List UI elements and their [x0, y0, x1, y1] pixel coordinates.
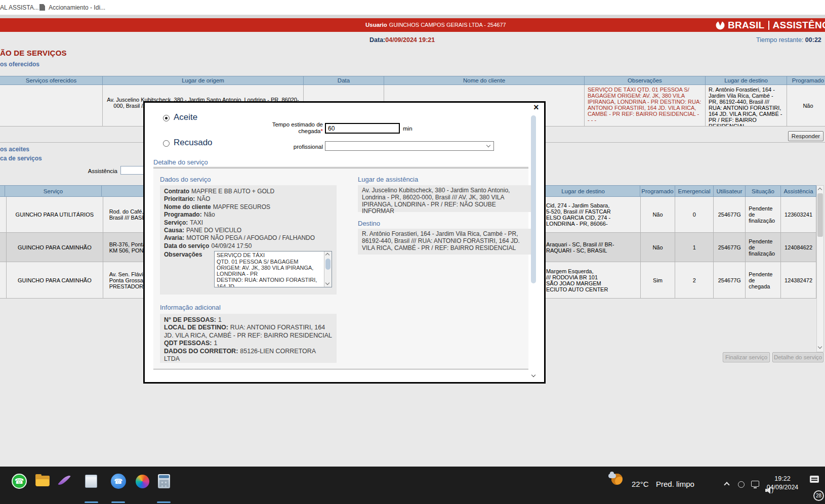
observacoes-scrollbar[interactable] [324, 251, 332, 287]
clock-date: 04/09/2024 [758, 483, 807, 492]
section-rule [153, 167, 528, 167]
scroll-down-icon[interactable] [818, 345, 822, 349]
date-value: 04/09/2024 19:21 [385, 36, 435, 44]
cell-situacao: Pendente de finalização [746, 233, 781, 262]
brand-name: BRASIL [728, 20, 765, 31]
responder-button[interactable]: Responder [788, 131, 823, 141]
date-label: Data: [369, 36, 385, 44]
dados-title: Dados do serviço [160, 176, 211, 183]
profissional-label: profissional [246, 144, 323, 150]
profissional-select[interactable] [325, 141, 494, 151]
time-remaining-value: 00:22 [805, 36, 821, 44]
col-servicos-oferecidos: Serviços oferecidos [0, 76, 103, 85]
aceite-label: Aceite [174, 112, 197, 122]
observacoes-row: Observações SERVIÇO DE TÁXI QTD. 01 PESS… [164, 251, 333, 287]
active-app-indicator [157, 501, 171, 503]
cell-situacao: Pendente de chegada [746, 262, 781, 298]
copilot-icon[interactable] [136, 475, 149, 488]
cell-pad [0, 262, 7, 298]
tray-chevron-up-icon[interactable] [724, 482, 729, 487]
scrollbar-thumb[interactable] [817, 193, 823, 237]
tempo-estimado-input[interactable] [325, 123, 400, 134]
recusado-label: Recusado [174, 138, 213, 148]
notepad-icon[interactable] [85, 475, 97, 488]
tab-label: AL ASSISTA... [0, 4, 39, 11]
detail-panel: Dados do serviço ContratoMAPFRE E BB AUT… [153, 168, 528, 369]
aceite-radio[interactable] [163, 115, 170, 121]
cell-programado: Não [641, 233, 676, 262]
notification-count-badge[interactable]: 28 [813, 490, 824, 501]
observacoes-text: SERVIÇO DE TÁXI QTD. 01 PESSOA S/ BAGAGE… [215, 251, 323, 287]
services-table-scrollbar[interactable] [816, 185, 824, 352]
cell-pad [0, 197, 7, 232]
feather-app-icon[interactable] [62, 473, 67, 487]
screen: AL ASSISTA... Accionamiento - Idi... Usu… [0, 0, 825, 504]
weather-condition-label[interactable]: Pred. limpo [656, 480, 694, 488]
windows-taskbar: ☎ ☎ 22°C Pred. limpo ) 19:22 04/09/2024 [0, 467, 825, 504]
scroll-up-icon[interactable] [818, 188, 822, 192]
field-data-servico: Data do serviço04/09/24 17:50 [164, 242, 333, 250]
col-lugar-origem: Lugar de origem [103, 76, 304, 85]
notification-center-icon[interactable] [810, 476, 819, 483]
col-assistencia: Assistência [781, 186, 816, 196]
temperature-label[interactable]: 22°C [632, 480, 649, 488]
clock[interactable]: 19:22 04/09/2024 [758, 475, 807, 492]
field-programado: Programado:Não [164, 211, 333, 219]
tempo-label-line2: chegada* [246, 128, 323, 135]
browser-tab-partial[interactable]: AL ASSISTA... [0, 4, 39, 11]
chevron-down-icon [486, 143, 490, 147]
col-utilisateur: Utilisateur [714, 186, 746, 196]
usuario-label: Usuario [365, 22, 387, 28]
whatsapp-icon[interactable]: ☎ [12, 474, 27, 489]
destino-box: R. Antônio Forastieri, 164 - Jardim Vila… [358, 229, 533, 255]
col-lugar-destino: Lugar de destino [706, 76, 787, 85]
browser-tab-accionamiento[interactable]: Accionamiento - Idi... [39, 4, 105, 11]
scroll-up-icon[interactable] [325, 253, 329, 257]
field-prioritario: Prioritario:NÃO [164, 195, 333, 203]
usuario-value: GUINCHOS CAMPOS GERAIS LTDA - 254677 [389, 22, 506, 28]
scrollbar-thumb[interactable] [325, 259, 331, 270]
col-data: Data [304, 76, 384, 85]
close-icon[interactable]: × [533, 103, 539, 112]
scroll-down-icon[interactable] [531, 373, 535, 377]
scrollbar-thumb[interactable] [531, 115, 536, 283]
col-observacoes: Observações [585, 76, 706, 85]
field-causa: Causa:PANE DO VEICULO [164, 227, 333, 234]
active-app-indicator [85, 501, 98, 503]
detalhe-servico-button[interactable]: Detalhe do serviço [772, 352, 823, 362]
file-explorer-icon[interactable] [35, 474, 50, 487]
cell-servico: GUINCHO PARA CAMINHÃO [7, 233, 103, 262]
cell-emergencial: 0 [675, 197, 714, 232]
cell-programado: Sim [641, 262, 676, 298]
field-local-destino: LOCAL DE DESTINO:RUA: ANTONIO FORASTIRI,… [164, 324, 333, 340]
brand-icon [716, 21, 725, 30]
cell-servico: GUINCHO PARA CAMINHÃO [7, 262, 103, 298]
required-asterisk: * [321, 128, 323, 134]
recusado-radio[interactable] [163, 140, 170, 147]
date-info: Data:04/09/2024 19:21 [369, 36, 435, 44]
tempo-label-line1: Tempo estimado de [246, 121, 323, 128]
lugar-assistencia-title: Lugar de assistência [358, 176, 418, 183]
dados-box: ContratoMAPFRE E BB AUTO + GOLD Priorita… [160, 185, 337, 295]
tempo-estimado-label: Tempo estimado de chegada* [246, 121, 323, 135]
calculator-icon[interactable] [158, 474, 170, 488]
phone-app-icon[interactable]: ☎ [111, 474, 126, 489]
cell-observacoes: SERVIÇO DE TÁXI QTD. 01 PESSOA S/ BAGAGE… [585, 85, 706, 126]
cell-servico: GUINCHO PARA UTILITÁRIOS [7, 197, 103, 232]
observacoes-label: Observações [164, 251, 214, 287]
tab-label: Accionamiento - Idi... [49, 4, 105, 11]
destino-title: Destino [358, 220, 380, 227]
tray-app-icon[interactable] [738, 481, 745, 488]
col-pad [0, 186, 5, 196]
lugar-assistencia-box: Av. Juscelino Kubitscheck, 380 - Jardim … [358, 185, 533, 212]
modal-scrollbar[interactable] [530, 111, 537, 380]
col-situacao: Situação [746, 186, 781, 196]
usuario-info: UsuarioGUINCHOS CAMPOS GERAIS LTDA - 254… [365, 22, 506, 28]
col-emergencial: Emergencial [675, 186, 714, 196]
weather-icon[interactable] [610, 473, 624, 486]
page-title: ÃO DE SERVIÇOS [0, 49, 67, 57]
cell-utilisateur: 254677G [714, 262, 746, 298]
observacoes-textarea[interactable]: SERVIÇO DE TÁXI QTD. 01 PESSOA S/ BAGAGE… [214, 251, 332, 287]
scroll-down-icon[interactable] [325, 281, 329, 285]
finalizar-servico-button[interactable]: Finalizar serviço [723, 352, 770, 362]
